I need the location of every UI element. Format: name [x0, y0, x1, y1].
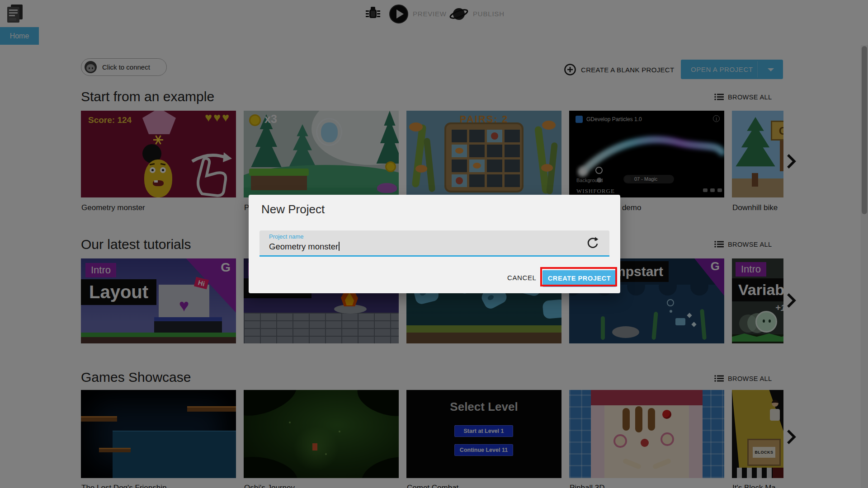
project-name-value[interactable]: Geometry monster [269, 242, 340, 252]
refresh-icon[interactable] [586, 236, 599, 250]
project-name-field[interactable]: Project name Geometry monster [259, 230, 609, 257]
cancel-button[interactable]: CANCEL [507, 274, 536, 282]
new-project-dialog: New Project Project name Geometry monste… [249, 195, 620, 293]
project-name-label: Project name [269, 233, 304, 240]
gdevelop-window: PREVIEW PUBLISH Home Click to connect CR… [0, 0, 868, 488]
text-cursor [339, 242, 340, 251]
dialog-title: New Project [261, 202, 325, 216]
create-project-button[interactable]: CREATE PROJECT [542, 270, 616, 287]
